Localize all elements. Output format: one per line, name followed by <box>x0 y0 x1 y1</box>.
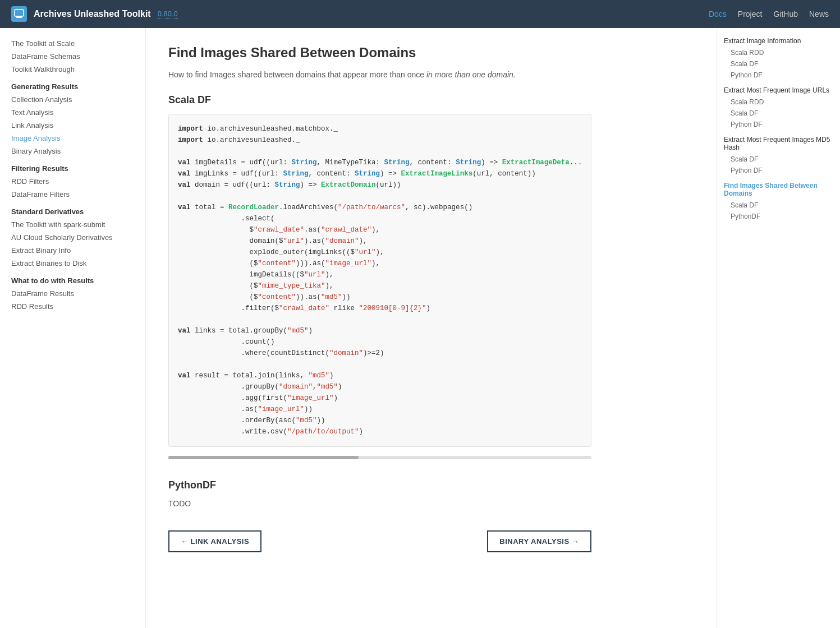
todo-text: TODO <box>168 499 591 508</box>
right-group-most-frequent-urls: Extract Most Frequent Image URLs Scala R… <box>724 86 833 130</box>
right-section-most-frequent-urls: Extract Most Frequent Image URLs <box>724 86 833 94</box>
page-layout: The Toolkit at Scale DataFrame Schemas T… <box>0 28 840 628</box>
header-left: Archives Unleashed Toolkit 0.80.0 <box>11 6 178 22</box>
right-section-shared-domains: Find Images Shared Between Domains <box>724 182 833 197</box>
header-title: Archives Unleashed Toolkit <box>34 9 151 19</box>
right-group-shared-between-domains: Find Images Shared Between Domains Scala… <box>724 182 833 222</box>
nav-buttons: ← LINK ANALYSIS BINARY ANALYSIS → <box>168 530 591 552</box>
right-group-extract-image-info: Extract Image Information Scala RDD Scal… <box>724 37 833 81</box>
svg-rect-1 <box>16 16 22 18</box>
right-item-extract-scala-df[interactable]: Scala DF <box>724 58 833 70</box>
sidebar-item-toolkit-at-scale[interactable]: The Toolkit at Scale <box>0 37 145 50</box>
sidebar-item-dataframe-results[interactable]: DataFrame Results <box>0 287 145 300</box>
right-item-extract-scala-rdd[interactable]: Scala RDD <box>724 47 833 58</box>
subtitle-italic: in more than one domain. <box>426 70 516 79</box>
page-subtitle: How to find Images shared between domain… <box>168 68 591 81</box>
sidebar-section-generating: Generating Results <box>0 76 145 93</box>
python-df-heading: PythonDF <box>168 479 591 491</box>
sidebar-item-binary-analysis[interactable]: Binary Analysis <box>0 145 145 158</box>
scala-df-heading: Scala DF <box>168 94 591 106</box>
main-header: Archives Unleashed Toolkit 0.80.0 Docs P… <box>0 0 840 28</box>
header-logo <box>11 6 27 22</box>
sidebar-item-text-analysis[interactable]: Text Analysis <box>0 106 145 119</box>
nav-news[interactable]: News <box>809 10 829 19</box>
prev-button[interactable]: ← LINK ANALYSIS <box>168 530 261 552</box>
right-group-md5-hash: Extract Most Frequent Images MD5 Hash Sc… <box>724 136 833 176</box>
right-item-md5-python-df[interactable]: Python DF <box>724 165 833 176</box>
sidebar-item-dataframe-schemas[interactable]: DataFrame Schemas <box>0 50 145 63</box>
svg-rect-0 <box>15 10 24 16</box>
subtitle-normal: How to find Images shared between domain… <box>168 70 426 79</box>
sidebar-item-link-analysis[interactable]: Link Analysis <box>0 119 145 132</box>
nav-project[interactable]: Project <box>738 10 763 19</box>
sidebar-item-extract-binary-info[interactable]: Extract Binary Info <box>0 244 145 257</box>
right-section-extract-image-info: Extract Image Information <box>724 37 833 45</box>
nav-github[interactable]: GitHub <box>773 10 798 19</box>
right-sidebar: Extract Image Information Scala RDD Scal… <box>717 28 840 628</box>
right-item-extract-python-df[interactable]: Python DF <box>724 70 833 81</box>
sidebar-item-rdd-results[interactable]: RDD Results <box>0 300 145 313</box>
right-item-shared-scala-df[interactable]: Scala DF <box>724 200 833 211</box>
header-nav: Docs Project GitHub News <box>709 10 829 19</box>
right-section-md5: Extract Most Frequent Images MD5 Hash <box>724 136 833 151</box>
header-version[interactable]: 0.80.0 <box>158 10 178 19</box>
sidebar-item-au-cloud[interactable]: AU Cloud Scholarly Derivatives <box>0 231 145 244</box>
sidebar-section-what-to-do: What to do with Results <box>0 270 145 287</box>
sidebar-section-filtering: Filtering Results <box>0 158 145 175</box>
sidebar-item-rdd-filters[interactable]: RDD Filters <box>0 175 145 188</box>
scala-df-code-block[interactable]: import io.archivesunleashed.matchbox._ i… <box>168 114 591 447</box>
code-scrollbar[interactable] <box>168 456 591 459</box>
sidebar-item-image-analysis[interactable]: Image Analysis <box>0 132 145 145</box>
right-item-freq-scala-df[interactable]: Scala DF <box>724 108 833 119</box>
nav-docs[interactable]: Docs <box>709 10 727 19</box>
right-item-freq-python-df[interactable]: Python DF <box>724 119 833 130</box>
sidebar-item-dataframe-filters[interactable]: DataFrame Filters <box>0 188 145 201</box>
sidebar-item-extract-binaries-disk[interactable]: Extract Binaries to Disk <box>0 257 145 270</box>
right-item-freq-scala-rdd[interactable]: Scala RDD <box>724 96 833 108</box>
next-button[interactable]: BINARY ANALYSIS → <box>487 530 591 552</box>
sidebar-item-toolkit-walkthrough[interactable]: Toolkit Walkthrough <box>0 63 145 76</box>
main-content: Find Images Shared Between Domains How t… <box>146 28 614 628</box>
page-title: Find Images Shared Between Domains <box>168 45 591 61</box>
sidebar-section-standard-derivatives: Standard Derivatives <box>0 201 145 218</box>
right-item-shared-python-df[interactable]: PythonDF <box>724 211 833 222</box>
right-item-md5-scala-df[interactable]: Scala DF <box>724 154 833 165</box>
left-sidebar: The Toolkit at Scale DataFrame Schemas T… <box>0 28 146 628</box>
sidebar-item-spark-submit[interactable]: The Toolkit with spark-submit <box>0 218 145 231</box>
sidebar-item-collection-analysis[interactable]: Collection Analysis <box>0 93 145 106</box>
